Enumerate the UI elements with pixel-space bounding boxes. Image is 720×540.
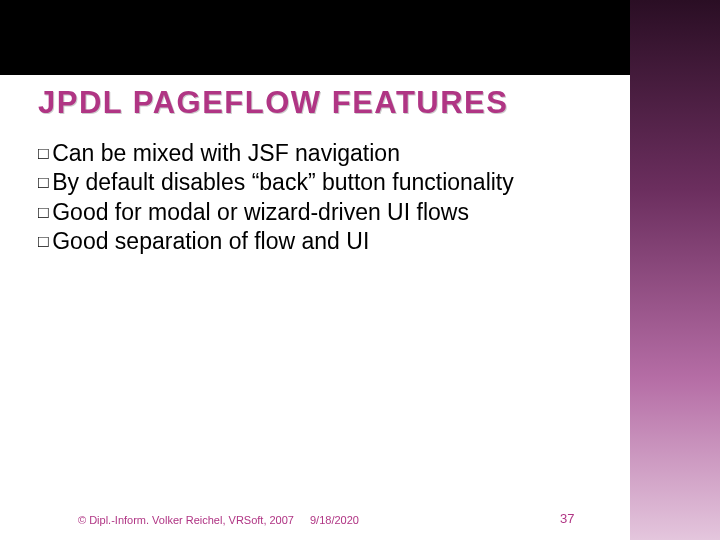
- bullet-list: □Can be mixed with JSF navigation □By de…: [38, 139, 598, 257]
- footer-page-number: 37: [560, 511, 574, 526]
- bullet-icon: □: [38, 172, 48, 192]
- bullet-icon: □: [38, 202, 48, 222]
- bullet-item: □Good separation of flow and UI: [38, 227, 598, 256]
- side-gradient-bar: [630, 0, 720, 540]
- bullet-text: Good separation of flow and UI: [52, 228, 369, 254]
- bullet-icon: □: [38, 143, 48, 163]
- slide-title: JPDL PAGEFLOW FEATURES: [38, 85, 598, 121]
- content-area: JPDL PAGEFLOW FEATURES □Can be mixed wit…: [38, 85, 598, 257]
- slide: JPDL PAGEFLOW FEATURES □Can be mixed wit…: [0, 0, 720, 540]
- footer: © Dipl.-Inform. Volker Reichel, VRSoft, …: [0, 502, 620, 526]
- bullet-text: Good for modal or wizard-driven UI flows: [52, 199, 469, 225]
- bullet-text: Can be mixed with JSF navigation: [52, 140, 400, 166]
- bullet-item: □Can be mixed with JSF navigation: [38, 139, 598, 168]
- bullet-text: By default disables “back” button functi…: [52, 169, 514, 195]
- top-black-bar: [0, 0, 720, 75]
- footer-date: 9/18/2020: [310, 514, 359, 526]
- bullet-item: □By default disables “back” button funct…: [38, 168, 598, 197]
- footer-copyright: © Dipl.-Inform. Volker Reichel, VRSoft, …: [78, 514, 294, 526]
- bullet-icon: □: [38, 231, 48, 251]
- bullet-item: □Good for modal or wizard-driven UI flow…: [38, 198, 598, 227]
